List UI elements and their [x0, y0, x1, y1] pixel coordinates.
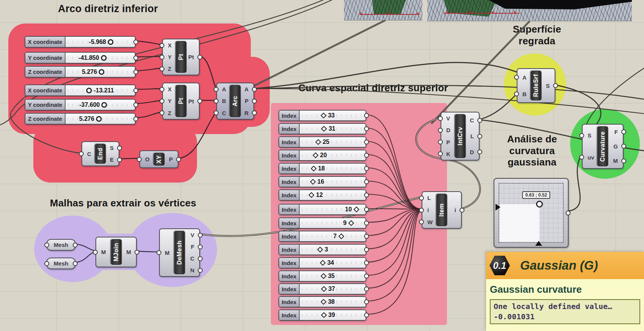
index-slider[interactable]: Index20	[278, 150, 366, 161]
param-mesh[interactable]: Mesh	[46, 258, 76, 269]
slider-output-nub[interactable]	[364, 300, 369, 304]
md-slider-x-marker[interactable]	[535, 241, 542, 246]
slider-track[interactable]: 25	[300, 137, 366, 147]
coordinate-slider[interactable]: Z coordinate5.276	[25, 66, 136, 78]
slider-knob[interactable]	[338, 233, 344, 239]
slider-output-nub[interactable]	[364, 193, 369, 198]
port-nub-X[interactable]	[159, 43, 164, 48]
port-nub-S[interactable]	[579, 133, 584, 138]
slider-track[interactable]: 38	[300, 297, 366, 307]
index-slider[interactable]: Index34	[278, 257, 366, 269]
port-nub-A[interactable]	[214, 87, 219, 92]
slider-output-nub[interactable]	[364, 113, 369, 118]
slider-knob[interactable]	[96, 116, 102, 122]
port-nub-Z[interactable]	[159, 111, 164, 116]
slider-track[interactable]: 3	[300, 245, 366, 254]
port-nub[interactable]	[44, 242, 49, 247]
port-nub-B[interactable]	[514, 92, 519, 97]
slider-output-nub[interactable]	[364, 153, 369, 158]
slider-knob[interactable]	[102, 102, 107, 108]
slider-output-nub[interactable]	[364, 180, 369, 184]
component-curvature[interactable]: SuvFGMCurvature	[582, 124, 624, 169]
component-item[interactable]: LiWiItem	[422, 191, 462, 229]
index-slider[interactable]: Index25	[278, 136, 366, 148]
slider-knob[interactable]	[313, 152, 319, 158]
index-slider[interactable]: Index35	[278, 270, 366, 282]
port-nub-P[interactable]	[438, 140, 443, 145]
port-nub-S[interactable]	[117, 145, 122, 150]
port-nub-A[interactable]	[252, 87, 257, 92]
slider-knob[interactable]	[101, 55, 106, 61]
slider-track[interactable]: 10	[300, 205, 366, 214]
slider-track[interactable]: 5.276	[66, 67, 135, 77]
index-slider[interactable]: Index12	[278, 189, 366, 201]
slider-track[interactable]: 18	[300, 164, 366, 173]
coordinate-slider[interactable]: Z coordinate5.276	[25, 113, 136, 125]
slider-track[interactable]: 37	[300, 284, 366, 294]
slider-knob[interactable]	[315, 139, 321, 145]
port-nub-F[interactable]	[621, 130, 626, 134]
slider-knob[interactable]	[317, 247, 323, 253]
port-nub-D[interactable]	[477, 150, 482, 155]
slider-knob[interactable]	[320, 299, 327, 305]
port-nub-i[interactable]	[419, 208, 424, 212]
port-nub-N[interactable]	[198, 268, 203, 273]
port-nub-Y[interactable]	[159, 98, 164, 103]
slider-knob[interactable]	[321, 126, 327, 132]
port-nub[interactable]	[73, 242, 78, 247]
port-nub-Pt[interactable]	[197, 99, 202, 104]
slider-track[interactable]: 5.276	[66, 114, 135, 124]
slider-output-nub[interactable]	[364, 126, 369, 131]
port-nub[interactable]	[44, 261, 49, 266]
md-slider-grid[interactable]: 0.63 ; 0.52	[499, 183, 564, 243]
component-pt[interactable]: XYZPtPt	[162, 83, 200, 120]
port-nub[interactable]	[73, 261, 78, 266]
slider-output-nub[interactable]	[364, 221, 369, 226]
port-nub-i[interactable]	[460, 208, 464, 212]
slider-track[interactable]: -41.850	[66, 53, 135, 63]
slider-track[interactable]: 16	[300, 177, 366, 187]
port-nub-M[interactable]	[156, 250, 161, 255]
slider-knob[interactable]	[320, 112, 327, 119]
port-nub-P[interactable]	[176, 157, 181, 162]
slider-knob[interactable]	[321, 286, 327, 292]
port-nub-C[interactable]	[198, 256, 203, 261]
slider-output-nub[interactable]	[133, 55, 138, 60]
slider-track[interactable]: 9	[300, 218, 366, 228]
port-nub-Y[interactable]	[159, 55, 164, 59]
port-nub-W[interactable]	[419, 220, 424, 225]
slider-output-nub[interactable]	[364, 274, 369, 279]
port-nub-M[interactable]	[621, 158, 626, 163]
component-demesh[interactable]: MVFCNDeMesh	[159, 228, 200, 277]
slider-output-nub[interactable]	[364, 287, 369, 292]
slider-output-nub[interactable]	[133, 39, 138, 44]
slider-track[interactable]: 7	[300, 231, 366, 241]
slider-knob[interactable]	[108, 39, 113, 45]
component-pt[interactable]: XYZPtPt	[162, 39, 200, 75]
slider-output-nub[interactable]	[364, 207, 369, 212]
component-mjoin[interactable]: MMMJoin	[95, 237, 137, 267]
slider-knob[interactable]	[321, 312, 327, 318]
port-nub-O[interactable]	[137, 157, 142, 162]
slider-track[interactable]: 39	[300, 310, 366, 320]
port-nub-C[interactable]	[79, 151, 84, 156]
slider-knob[interactable]	[311, 166, 317, 172]
slider-track[interactable]: -37.600	[66, 100, 135, 110]
slider-knob[interactable]	[86, 87, 92, 93]
slider-track[interactable]: -5.968	[66, 37, 135, 47]
grasshopper-canvas[interactable]: Arco diretriz inferior Curva espacial di…	[0, 0, 644, 331]
coordinate-slider[interactable]: Y coordinate-37.600	[25, 99, 136, 111]
port-nub-M[interactable]	[134, 250, 139, 254]
port-nub-F[interactable]	[198, 244, 203, 249]
slider-knob[interactable]	[320, 260, 326, 266]
component-end[interactable]: CSEEnd	[81, 141, 119, 166]
slider-knob[interactable]	[309, 192, 315, 198]
slider-output-nub[interactable]	[133, 69, 138, 74]
index-slider[interactable]: Index18	[278, 163, 366, 174]
port-nub-Z[interactable]	[159, 66, 164, 71]
slider-output-nub[interactable]	[133, 88, 138, 93]
index-slider[interactable]: Index38	[278, 296, 366, 308]
component-intcrv[interactable]: VDPKCLDIntCrv	[441, 112, 480, 161]
slider-track[interactable]: 35	[300, 271, 366, 281]
md-slider-y-marker[interactable]	[496, 204, 500, 211]
